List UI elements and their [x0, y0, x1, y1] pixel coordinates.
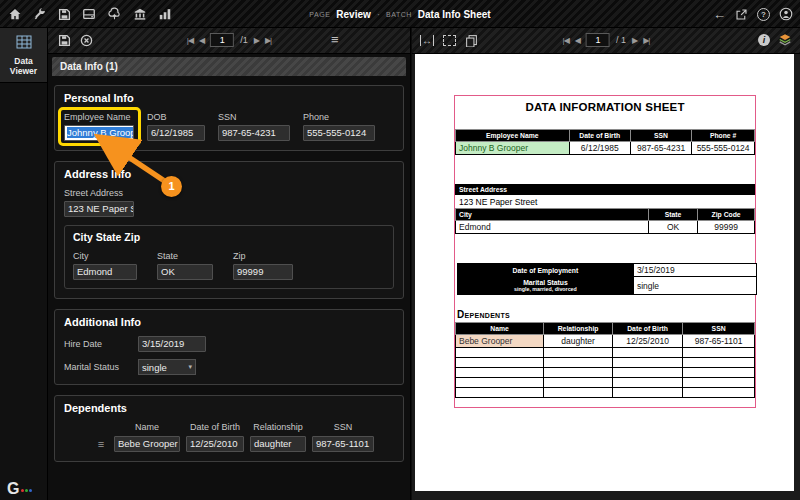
ssn-input[interactable]: 987-65-4231 — [218, 125, 290, 141]
grid-icon — [16, 35, 32, 49]
marital-status-select[interactable]: single ▾ — [138, 359, 196, 375]
left-sidebar: Data Viewer G — [0, 28, 48, 500]
info-icon[interactable]: i — [758, 34, 770, 46]
employee-name-input[interactable]: Johnny B Grooper — [64, 125, 134, 141]
dependent-name-input[interactable]: Bebe Grooper — [114, 436, 180, 452]
data-info-header[interactable]: Data Info (1) — [52, 57, 406, 76]
doc-zip-value: 99999 — [698, 221, 755, 234]
batch-label: BATCH — [386, 11, 412, 18]
next-page-icon[interactable]: ▶ — [632, 36, 637, 45]
doc-dep-col-ssn: SSN — [683, 323, 755, 335]
document-title: DATA INFORMATION SHEET — [455, 101, 755, 113]
sidebar-item-data-viewer[interactable]: Data Viewer — [0, 28, 47, 83]
doc-dep-col-dob: Date of Birth — [612, 323, 682, 335]
marquee-zoom-icon[interactable] — [443, 35, 456, 46]
marital-status-value: single — [142, 362, 167, 373]
top-bar: PAGE Review · BATCH Data Info Sheet ← ? — [0, 0, 800, 28]
drag-handle-icon[interactable]: ≡ — [94, 438, 108, 450]
data-viewer-panel: |◀ ◀ /1 ▶ ▶| ≡ Data Info (1) Personal In… — [48, 28, 411, 500]
doc-marital-label-cell: Marital Status single, married, divorced — [458, 277, 634, 295]
document-page[interactable]: DATA INFORMATION SHEET Employee Name Dat… — [415, 54, 794, 491]
dob-field-group: DOB 6/12/1985 — [147, 112, 205, 141]
doc-page-total: / 1 — [616, 35, 626, 45]
doc-employment-date-value: 3/15/2019 — [633, 264, 756, 277]
first-page-icon[interactable]: |◀ — [187, 36, 193, 45]
sidebar-item-label: Data Viewer — [2, 56, 45, 76]
fit-width-icon[interactable]: ↔ — [420, 35, 434, 46]
pages-icon[interactable] — [465, 34, 478, 47]
doc-employment-date-label: Date of Employment — [458, 264, 634, 277]
breadcrumb-separator: · — [377, 9, 380, 20]
doc-ssn-value: 987-65-4231 — [630, 142, 691, 155]
logo-dots — [21, 478, 33, 496]
tools-icon[interactable] — [33, 7, 47, 21]
zip-label: Zip — [233, 251, 293, 261]
city-input[interactable]: Edmond — [73, 264, 137, 280]
logo-letter: G — [7, 481, 19, 496]
bank-icon[interactable] — [133, 7, 147, 21]
ssn-field-group: SSN 987-65-4231 — [218, 112, 290, 141]
dob-input[interactable]: 6/12/1985 — [147, 125, 205, 141]
state-input[interactable]: OK — [157, 264, 213, 280]
dependent-dob-input[interactable]: 12/25/2010 — [186, 436, 244, 452]
doc-dep-empty-row — [456, 348, 755, 358]
doc-dep-ssn-value: 987-65-1101 — [683, 335, 755, 348]
doc-city-value: Edmond — [456, 221, 649, 234]
section-address-info: Address Info Street Address 123 NE Paper… — [54, 161, 404, 299]
city-label: City — [73, 251, 137, 261]
doc-dep-empty-row — [456, 388, 755, 398]
section-personal-info: Personal Info Employee Name Johnny B Gro… — [54, 85, 404, 151]
save-data-icon[interactable] — [58, 34, 71, 47]
doc-dep-relationship-value: daughter — [544, 335, 613, 348]
save-icon[interactable] — [58, 8, 71, 21]
csz-title: City State Zip — [73, 231, 385, 243]
layers-icon[interactable] — [778, 33, 792, 46]
doc-col-state: State — [648, 209, 697, 221]
section-title: Address Info — [64, 168, 394, 180]
doc-employee-name-value[interactable]: Johnny B Grooper — [456, 142, 570, 155]
last-page-icon[interactable]: ▶| — [265, 36, 271, 45]
cancel-icon[interactable] — [80, 34, 93, 47]
hire-date-input[interactable]: 3/15/2019 — [138, 336, 206, 352]
home-icon[interactable] — [8, 7, 22, 21]
dependent-ssn-input[interactable]: 987-65-1101 — [312, 436, 374, 452]
back-arrow-icon[interactable]: ← — [713, 8, 726, 21]
doc-dep-empty-row — [456, 358, 755, 368]
doc-page-input[interactable] — [586, 33, 610, 47]
help-icon[interactable]: ? — [757, 8, 770, 21]
doc-col-city: City — [456, 209, 649, 221]
form-toolbar-icons — [58, 34, 93, 47]
menu-icon[interactable]: ≡ — [331, 32, 339, 47]
cloud-upload-icon[interactable] — [107, 7, 122, 21]
zip-field-group: Zip 99999 — [233, 251, 293, 280]
storage-icon[interactable] — [82, 7, 96, 21]
doc-phone-value: 555-555-0124 — [692, 142, 755, 155]
doc-employment-table: Date of Employment 3/15/2019 Marital Sta… — [457, 263, 757, 295]
doc-toolbar-right-icons: i — [758, 33, 792, 46]
user-icon[interactable] — [779, 7, 793, 21]
zip-input[interactable]: 99999 — [233, 264, 293, 280]
section-additional-info: Additional Info Hire Date 3/15/2019 Mari… — [54, 309, 404, 385]
external-link-icon[interactable] — [735, 8, 748, 21]
dependents-column-headers: Name Date of Birth Relationship SSN — [94, 422, 394, 432]
dependent-relationship-input[interactable]: daughter — [250, 436, 306, 452]
section-title: Personal Info — [64, 92, 394, 104]
next-page-icon[interactable]: ▶ — [254, 36, 259, 45]
doc-street-value: 123 NE Paper Street — [455, 195, 755, 208]
doc-dep-dob-value: 12/25/2010 — [612, 335, 682, 348]
prev-page-icon[interactable]: ◀ — [199, 36, 204, 45]
phone-input[interactable]: 555-555-0124 — [303, 125, 375, 141]
stats-icon[interactable] — [158, 7, 172, 21]
batch-value[interactable]: Data Info Sheet — [418, 9, 491, 20]
page-value[interactable]: Review — [336, 9, 370, 20]
doc-dob-value: 6/12/1985 — [569, 142, 630, 155]
annotation-step-badge: 1 — [161, 176, 182, 197]
first-page-icon[interactable]: |◀ — [563, 36, 569, 45]
doc-dep-name-value[interactable]: Bebe Grooper — [456, 335, 544, 348]
phone-label: Phone — [303, 112, 375, 122]
street-input[interactable]: 123 NE Paper Street — [64, 201, 134, 217]
form-page-input[interactable] — [210, 33, 234, 47]
prev-page-icon[interactable]: ◀ — [575, 36, 580, 45]
page-label: PAGE — [309, 11, 330, 18]
last-page-icon[interactable]: ▶| — [643, 36, 649, 45]
